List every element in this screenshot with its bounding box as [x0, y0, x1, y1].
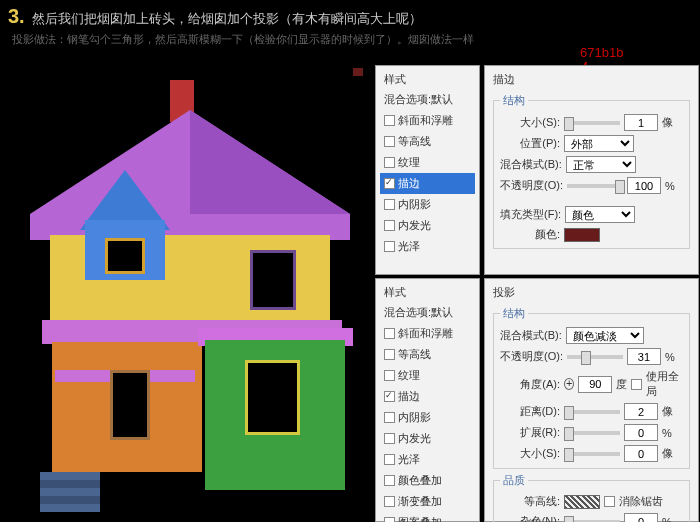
checkbox[interactable] [384, 220, 395, 231]
styles-panel-2: 样式 混合选项:默认 斜面和浮雕等高线纹理描边内阴影内发光光泽颜色叠加渐变叠加图… [375, 278, 480, 522]
opacity-slider[interactable] [567, 184, 623, 188]
panel-title: 描边 [489, 70, 694, 89]
chimney-swatch [353, 68, 363, 76]
checkbox[interactable] [384, 475, 395, 486]
checkbox[interactable] [384, 517, 395, 522]
style-item[interactable]: 描边 [380, 173, 475, 194]
noise-input[interactable] [624, 513, 658, 522]
house-illustration [20, 80, 360, 500]
distance-slider[interactable] [564, 410, 620, 414]
style-item[interactable]: 纹理 [380, 152, 475, 173]
style-item[interactable]: 图案叠加 [380, 512, 475, 522]
checkbox[interactable] [384, 115, 395, 126]
checkbox[interactable] [384, 454, 395, 465]
blend-select[interactable]: 正常 [566, 156, 636, 173]
checkbox[interactable] [384, 328, 395, 339]
style-item[interactable]: 内发光 [380, 428, 475, 449]
style-item[interactable]: 内阴影 [380, 194, 475, 215]
aa-checkbox[interactable] [604, 496, 615, 507]
checkbox[interactable] [384, 496, 395, 507]
checkbox[interactable] [384, 391, 395, 402]
mode-select[interactable]: 颜色减淡 [566, 327, 644, 344]
style-item[interactable]: 内阴影 [380, 407, 475, 428]
style-item[interactable]: 等高线 [380, 344, 475, 365]
checkbox[interactable] [384, 157, 395, 168]
style-item[interactable]: 光泽 [380, 236, 475, 257]
color-swatch[interactable] [564, 228, 600, 242]
size-slider[interactable] [564, 121, 620, 125]
style-item[interactable]: 纹理 [380, 365, 475, 386]
style-item[interactable]: 斜面和浮雕 [380, 110, 475, 131]
opacity-input[interactable] [627, 177, 661, 194]
style-item[interactable]: 等高线 [380, 131, 475, 152]
checkbox[interactable] [384, 136, 395, 147]
checkbox[interactable] [384, 370, 395, 381]
angle-input[interactable] [578, 376, 612, 393]
styles-panel-1: 样式 混合选项:默认 斜面和浮雕等高线纹理描边内阴影内发光光泽 [375, 65, 480, 275]
step-text: 然后我们把烟囱加上砖头，给烟囱加个投影（有木有瞬间高大上呢） [32, 10, 422, 28]
contour-picker[interactable] [564, 495, 600, 509]
opacity-slider[interactable] [567, 355, 623, 359]
panel-title: 样式 [380, 283, 475, 302]
step-number: 3. [8, 5, 25, 28]
size-slider[interactable] [564, 452, 620, 456]
style-item[interactable]: 斜面和浮雕 [380, 323, 475, 344]
panel-title: 样式 [380, 70, 475, 89]
stroke-panel: 描边 结构 大小(S):像 位置(P):外部 混合模式(B):正常 不透明度(O… [484, 65, 699, 275]
style-item[interactable]: 描边 [380, 386, 475, 407]
spread-input[interactable] [624, 424, 658, 441]
style-item[interactable]: 颜色叠加 [380, 470, 475, 491]
panel-title: 投影 [489, 283, 694, 302]
checkbox[interactable] [384, 241, 395, 252]
distance-input[interactable] [624, 403, 658, 420]
color-hex-label: 671b1b [580, 45, 623, 60]
size-input[interactable] [624, 445, 658, 462]
blend-options[interactable]: 混合选项:默认 [380, 89, 475, 110]
angle-dial[interactable] [564, 378, 574, 390]
checkbox[interactable] [384, 199, 395, 210]
checkbox[interactable] [384, 433, 395, 444]
checkbox[interactable] [384, 178, 395, 189]
hint-text: 投影做法：钢笔勾个三角形，然后高斯模糊一下（检验你们显示器的时候到了）。烟囱做法… [12, 32, 474, 47]
checkbox[interactable] [384, 412, 395, 423]
checkbox[interactable] [384, 349, 395, 360]
global-checkbox[interactable] [631, 379, 642, 390]
spread-slider[interactable] [564, 431, 620, 435]
shadow-panel: 投影 结构 混合模式(B):颜色减淡 不透明度(O):% 角度(A):度使用全局… [484, 278, 699, 522]
style-item[interactable]: 内发光 [380, 215, 475, 236]
position-select[interactable]: 外部 [564, 135, 634, 152]
style-item[interactable]: 光泽 [380, 449, 475, 470]
size-input[interactable] [624, 114, 658, 131]
fill-select[interactable]: 颜色 [565, 206, 635, 223]
blend-options[interactable]: 混合选项:默认 [380, 302, 475, 323]
opacity-input[interactable] [627, 348, 661, 365]
style-item[interactable]: 渐变叠加 [380, 491, 475, 512]
